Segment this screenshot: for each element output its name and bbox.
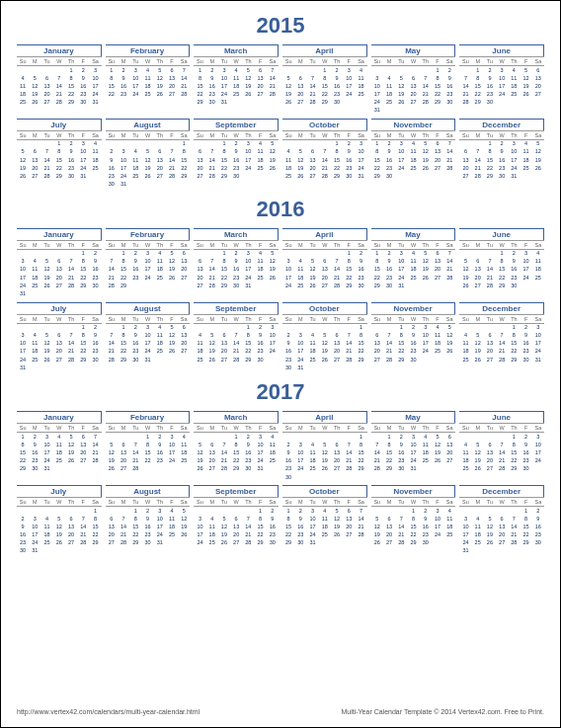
month-name: November xyxy=(371,119,456,130)
day-header: Sa xyxy=(443,498,455,506)
day-cell: 11 xyxy=(355,74,366,82)
day-cell: 9 xyxy=(89,332,101,340)
month-name: May xyxy=(371,44,456,56)
day-cell: 27 xyxy=(65,539,77,547)
day-cell: 8 xyxy=(141,442,153,449)
day-cell: 11 xyxy=(40,524,52,531)
day-cell: 6 xyxy=(154,148,166,156)
day-header: F xyxy=(255,131,267,139)
day-cell: 29 xyxy=(129,539,141,547)
day-cell: 19 xyxy=(267,156,279,164)
day-cell: 20 xyxy=(331,457,343,465)
day-cell: 27 xyxy=(472,282,484,289)
day-cell: 8 xyxy=(77,258,89,266)
day-header: Th xyxy=(331,498,343,506)
day-cell: 7 xyxy=(343,332,355,340)
day-cell: 7 xyxy=(508,515,520,523)
day-cell: 18 xyxy=(178,449,190,457)
day-cell: 30 xyxy=(484,99,496,107)
day-header: Su xyxy=(17,424,29,432)
day-cell: 10 xyxy=(218,74,230,82)
day-cell: 16 xyxy=(420,524,432,531)
day-headers: SuMTuWThFSa xyxy=(106,497,191,507)
day-headers: SuMTuWThFSa xyxy=(106,314,191,324)
day-cell: 10 xyxy=(294,340,306,348)
day-cell: 17 xyxy=(508,156,520,164)
day-cell: 6 xyxy=(319,258,331,266)
day-cell: 4 xyxy=(472,515,484,523)
day-cell: 16 xyxy=(343,156,355,164)
day-cell: 7 xyxy=(484,258,496,266)
day-cell: 30 xyxy=(89,356,101,364)
day-cell: 18 xyxy=(532,266,544,274)
day-cell: 12 xyxy=(331,515,343,523)
days-grid: 1234567891011121314151617181920212223242… xyxy=(459,433,544,473)
day-header: Th xyxy=(154,241,166,249)
day-cell: 24 xyxy=(166,457,178,465)
day-header: Sa xyxy=(355,57,366,65)
day-cell: 23 xyxy=(89,348,101,356)
day-cell: 15 xyxy=(53,156,65,164)
day-cell: 13 xyxy=(178,332,190,340)
day-header: Su xyxy=(194,424,205,432)
day-cell: 7 xyxy=(319,148,331,156)
day-cell: 12 xyxy=(459,266,471,274)
day-cell: 24 xyxy=(355,164,366,172)
day-cell: 21 xyxy=(65,348,77,356)
day-cell: 28 xyxy=(40,172,52,180)
day-cell: 13 xyxy=(178,258,190,266)
day-cell: 12 xyxy=(371,524,383,531)
day-header: F xyxy=(77,131,89,139)
day-cell: 2 xyxy=(17,515,29,523)
day-cell: 17 xyxy=(521,266,532,274)
month-name: September xyxy=(194,302,279,314)
day-cell: 21 xyxy=(77,531,89,539)
day-cell: 2 xyxy=(77,66,89,74)
day-cell: 24 xyxy=(40,457,52,465)
day-header: Th xyxy=(65,241,77,249)
day-cell: 23 xyxy=(420,531,432,539)
days-grid: 1234567891011121314151617181920212223242… xyxy=(17,140,102,181)
day-cell: 14 xyxy=(40,156,52,164)
day-cell: 23 xyxy=(282,465,294,473)
day-cell: 11 xyxy=(443,515,455,523)
day-header: Sa xyxy=(443,131,455,139)
day-cell: 25 xyxy=(178,457,190,465)
day-header: Su xyxy=(282,241,294,249)
day-cell: 17 xyxy=(194,531,205,539)
day-cell: 19 xyxy=(459,274,471,282)
day-cell: 7 xyxy=(218,442,230,449)
day-header: Su xyxy=(371,131,383,139)
day-header: Tu xyxy=(218,241,230,249)
months-row: JanuarySuMTuWThFSa1234567891011121314151… xyxy=(17,228,544,298)
month: MarchSuMTuWThFSa123456789101112131415161… xyxy=(194,228,279,298)
day-cell: 27 xyxy=(331,465,343,473)
day-cell: 4 xyxy=(129,148,141,156)
day-cell: 8 xyxy=(282,515,294,523)
day-cell: 2 xyxy=(282,442,294,449)
day-cell: 4 xyxy=(255,140,267,148)
day-cell: 26 xyxy=(319,356,331,364)
day-cell: 8 xyxy=(496,258,508,266)
day-header: M xyxy=(472,131,484,139)
day-cell: 14 xyxy=(206,266,218,274)
day-cell: 25 xyxy=(459,356,471,364)
day-cell: 9 xyxy=(230,258,242,266)
day-cell: 26 xyxy=(472,356,484,364)
day-header: M xyxy=(383,131,395,139)
day-cell: 2 xyxy=(29,433,40,441)
day-cell: 4 xyxy=(319,507,331,515)
day-header: F xyxy=(166,424,178,432)
day-cell: 30 xyxy=(29,465,40,473)
day-cell: 28 xyxy=(242,539,254,547)
day-cell: 27 xyxy=(407,99,419,107)
day-cell: 7 xyxy=(129,442,141,449)
day-cell: 6 xyxy=(194,148,205,156)
day-cell: 2 xyxy=(395,433,407,441)
day-cell: 12 xyxy=(53,524,65,531)
day-cell: 24 xyxy=(459,539,471,547)
day-cell: 12 xyxy=(420,258,432,266)
day-cell: 7 xyxy=(343,442,355,449)
day-cell: 25 xyxy=(206,539,218,547)
day-cell: 13 xyxy=(371,340,383,348)
